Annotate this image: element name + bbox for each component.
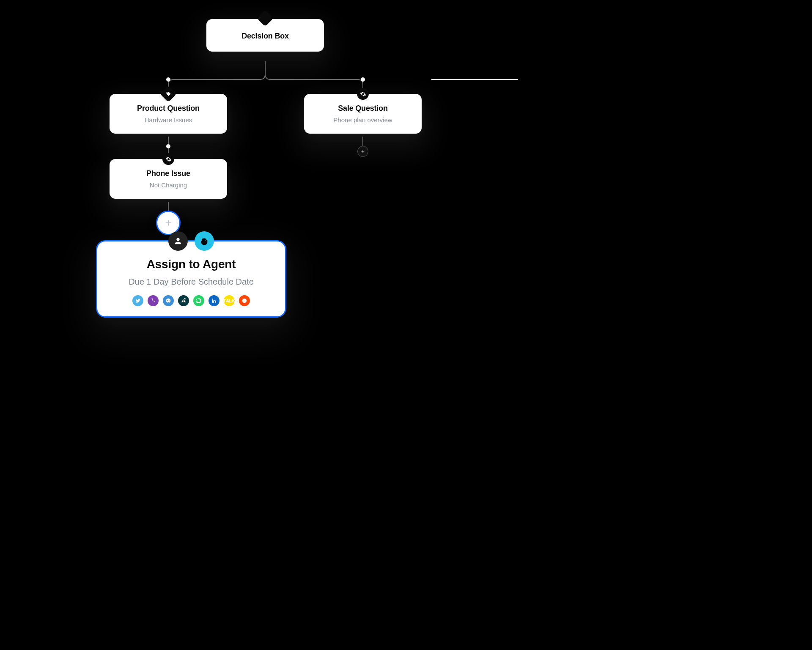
node-title: Product Question — [117, 104, 219, 113]
node-title: Sale Question — [312, 104, 414, 113]
viber-icon — [148, 295, 159, 306]
decision-box-node[interactable]: Decision Box — [206, 19, 324, 52]
node-title: Decision Box — [214, 32, 316, 41]
node-subtitle: Phone plan overview — [312, 116, 414, 123]
connector-line-right — [431, 79, 518, 80]
person-icon — [168, 231, 188, 251]
node-title: Assign to Agent — [107, 258, 275, 271]
node-subtitle: Due 1 Day Before Schedule Date — [107, 277, 275, 287]
gear-icon — [357, 88, 369, 100]
linkedin-icon — [208, 295, 219, 306]
sale-question-node[interactable]: Sale Question Phone plan overview — [304, 94, 422, 134]
reddit-icon — [239, 295, 250, 306]
whatsapp-icon — [193, 295, 204, 306]
diamond-icon — [257, 10, 274, 27]
integration-icons-row: TALK — [107, 295, 275, 306]
grab-hand-icon[interactable] — [195, 231, 214, 251]
gear-icon — [162, 153, 174, 165]
discord-icon — [163, 295, 174, 306]
product-question-node[interactable]: Product Question Hardware Issues — [110, 94, 227, 134]
tag-icon — [160, 85, 177, 102]
connector-dot — [166, 144, 170, 148]
connector-lines — [0, 0, 518, 415]
add-step-button[interactable] — [357, 146, 368, 157]
node-title: Phone Issue — [117, 169, 219, 178]
zendesk-icon — [178, 295, 189, 306]
twitter-icon — [132, 295, 143, 306]
assign-to-agent-node[interactable]: Assign to Agent Due 1 Day Before Schedul… — [96, 240, 286, 318]
connector-dot — [361, 77, 365, 82]
node-badge-row — [168, 231, 214, 251]
node-subtitle: Hardware Issues — [117, 116, 219, 123]
phone-issue-node[interactable]: Phone Issue Not Charging — [110, 159, 227, 199]
kakao-icon: TALK — [224, 295, 235, 306]
connector-dot — [166, 77, 170, 82]
node-subtitle: Not Charging — [117, 181, 219, 189]
